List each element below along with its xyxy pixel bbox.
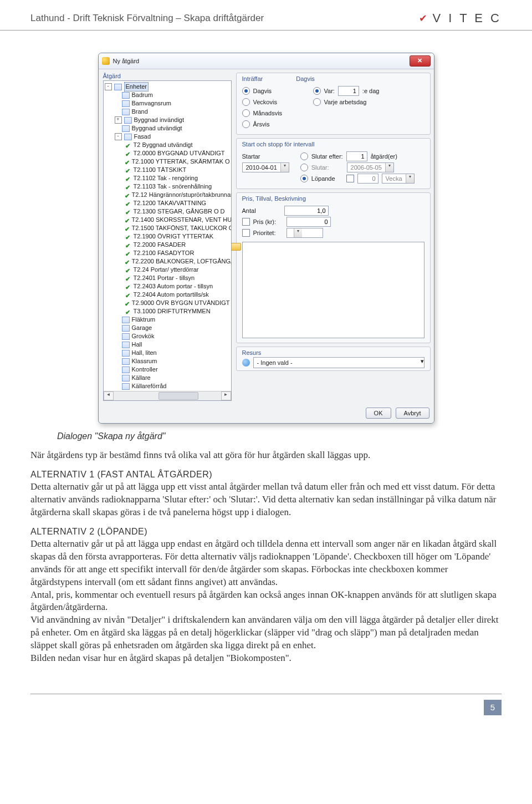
chevron-down-icon[interactable]: ▾ — [406, 174, 414, 183]
startar-date[interactable]: 2010-04-01 ▾ — [242, 162, 289, 172]
brand-icon: ✔ — [419, 12, 429, 24]
slutar-efter-label: Slutar efter: — [311, 153, 343, 160]
varje-arbetsdag-label: Varje arbetsdag — [324, 99, 367, 105]
description-box[interactable] — [242, 242, 424, 338]
dialog-title: Ny åtgärd — [113, 58, 140, 64]
figure-caption: Dialogen "Skapa ny åtgärd" — [57, 431, 502, 441]
antal-label: Antal — [242, 207, 281, 214]
antal-input[interactable] — [284, 206, 329, 216]
chevron-down-icon[interactable]: ▾ — [280, 163, 289, 172]
scroll-right-icon[interactable]: ► — [221, 391, 231, 400]
resurs-icon — [242, 359, 250, 367]
cancel-button[interactable]: Avbryt — [396, 408, 429, 419]
alt2-body: Detta alternativ går ut på att lägga upp… — [30, 538, 502, 665]
var-suffix: :e dag — [362, 88, 380, 94]
radio-lopande[interactable] — [300, 175, 308, 182]
prioritet-checkbox[interactable] — [242, 229, 250, 237]
dagvis-label: Dagvis — [253, 88, 272, 94]
manadsvis-label: Månadsvis — [253, 110, 283, 116]
radio-varje-arbetsdag[interactable] — [313, 98, 321, 106]
prioritet-combo[interactable]: ▾ — [287, 228, 323, 238]
doc-title: Lathund - Drift Teknisk Förvaltning – Sk… — [30, 13, 264, 24]
resurs-title: Resurs — [242, 349, 424, 356]
alt2-heading: ALTERNATIV 2 (LÖPANDE) — [30, 527, 502, 537]
chevron-down-icon[interactable]: ▾ — [385, 163, 393, 172]
slutar-efter-input[interactable] — [346, 151, 367, 161]
dagvis-header: Dagvis — [296, 75, 315, 82]
prioritet-label: Prioritet: — [253, 230, 283, 236]
lopande-unit[interactable]: Vecka ▾ — [382, 174, 415, 184]
alt1-heading: ALTERNATIV 1 (FAST ANTAL ÅTGÄRDER) — [30, 470, 502, 480]
slutar-label: Slutar: — [311, 164, 329, 171]
intro-paragraph: När åtgärdens typ är bestämd finns två o… — [30, 449, 502, 462]
startstop-title: Start och stopp för intervall — [242, 141, 315, 147]
pris-label: Pris (kr): — [253, 218, 283, 225]
resurs-combo[interactable]: - Ingen vald - ▾ — [253, 357, 424, 368]
pris-input[interactable] — [287, 217, 331, 227]
scroll-left-icon[interactable]: ◄ — [104, 391, 114, 400]
veckovis-label: Veckovis — [253, 99, 277, 105]
ok-button[interactable]: OK — [366, 408, 391, 419]
tree-view[interactable]: -EnheterBadrumBarnvagnsrumBrand+Byggnad … — [103, 80, 232, 401]
app-icon — [102, 57, 110, 65]
close-button[interactable]: ✕ — [410, 55, 431, 67]
radio-slutar-efter[interactable] — [300, 152, 308, 160]
brand-text: V I T E C — [433, 11, 502, 26]
radio-manadsvis[interactable] — [242, 109, 250, 117]
scroll-thumb[interactable] — [158, 392, 198, 400]
chevron-down-icon[interactable]: ▾ — [294, 228, 302, 237]
startar-value: 2010-04-01 — [243, 164, 280, 171]
dialog-titlebar: Ny åtgärd ✕ — [99, 53, 434, 69]
lopande-checkbox[interactable] — [346, 175, 354, 182]
startar-label: Startar — [242, 153, 260, 160]
radio-arsvis[interactable] — [242, 120, 250, 128]
chevron-down-icon[interactable]: ▾ — [421, 358, 424, 368]
page-number: 5 — [484, 700, 502, 715]
lopande-label: Löpande — [311, 175, 335, 182]
radio-dagvis[interactable] — [242, 87, 250, 95]
alt1-body: Detta alternativ går ut på att lägga upp… — [30, 481, 502, 519]
pris-checkbox[interactable] — [242, 218, 250, 226]
brand-logo: ✔ V I T E C — [419, 11, 502, 26]
slutar-value: 2006-05-05 — [347, 164, 385, 171]
dialog-new-action: Ny åtgärd ✕ Åtgärd -EnheterBadrumBarnvag… — [98, 53, 434, 424]
intraffar-label: Inträffar — [242, 75, 263, 82]
slutar-date[interactable]: 2006-05-05 ▾ — [347, 162, 394, 172]
horizontal-scrollbar[interactable]: ◄ ► — [104, 391, 231, 400]
var-input[interactable] — [338, 86, 359, 96]
radio-var[interactable] — [313, 87, 321, 95]
lopande-unit-value: Vecka — [382, 175, 406, 182]
arsvis-label: Årsvis — [253, 121, 270, 128]
lopande-input[interactable] — [357, 174, 378, 184]
radio-slutar[interactable] — [300, 164, 308, 171]
folder-icon[interactable] — [231, 243, 241, 251]
radio-veckovis[interactable] — [242, 98, 250, 106]
resurs-value: - Ingen vald - — [257, 359, 293, 366]
var-label: Var: — [324, 88, 335, 94]
slutar-efter-suffix: åtgärd(er) — [371, 153, 397, 160]
tree-label: Åtgärd — [103, 73, 232, 79]
pris-title: Pris, Tillval, Beskrivning — [242, 195, 306, 202]
